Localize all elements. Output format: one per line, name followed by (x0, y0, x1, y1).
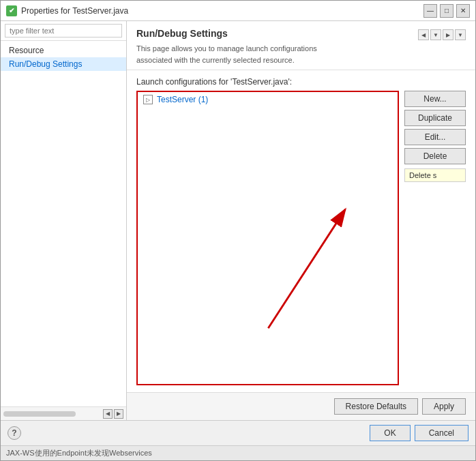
item-label: TestServer (1) (157, 95, 208, 104)
launch-list: ▷ TestServer (1) (136, 91, 399, 385)
sidebar-item-resource[interactable]: Resource (1, 44, 126, 57)
nav-dropdown-button[interactable]: ▼ (455, 29, 466, 40)
launch-list-area: ▷ TestServer (1) New... Duplicate Edit..… (136, 91, 466, 385)
bottom-text-bar: JAX-WS使用的Endpoint未发现Webservices (1, 445, 475, 460)
footer-ok-cancel: OK Cancel (370, 425, 468, 441)
content-area: Resource Run/Debug Settings ◀ ▶ Run/Debu… (1, 21, 475, 420)
main-header-title-block: Run/Debug Settings This page allows you … (136, 28, 418, 65)
sidebar-tree: Resource Run/Debug Settings (1, 41, 126, 406)
help-button[interactable]: ? (8, 426, 21, 440)
filter-input[interactable] (5, 24, 122, 38)
properties-dialog: ✔ Properties for TestServer.java — □ ✕ R… (0, 0, 476, 461)
nav-forward-button[interactable]: ▶ (443, 29, 453, 40)
launch-section: Launch configurations for 'TestServer.ja… (127, 70, 475, 392)
bottom-buttons: Restore Defaults Apply (127, 392, 475, 420)
title-controls: — □ ✕ (423, 4, 470, 18)
nav-arrows: ◀ ▼ ▶ ▼ (418, 28, 466, 40)
apply-button[interactable]: Apply (422, 398, 466, 415)
sidebar: Resource Run/Debug Settings ◀ ▶ (1, 21, 127, 420)
main-description: This page allows you to manage launch co… (136, 43, 418, 65)
main-header: Run/Debug Settings This page allows you … (127, 21, 475, 70)
nav-down-button[interactable]: ▼ (430, 29, 441, 40)
edit-button[interactable]: Edit... (404, 129, 466, 145)
item-run-icon: ▷ (143, 95, 153, 104)
maximize-button[interactable]: □ (440, 4, 453, 18)
list-item[interactable]: ▷ TestServer (1) (138, 92, 398, 107)
delete-tooltip: Delete s (404, 168, 466, 182)
launch-label: Launch configurations for 'TestServer.ja… (136, 77, 466, 87)
scroll-arrows: ◀ ▶ (103, 409, 123, 419)
ok-button[interactable]: OK (370, 425, 410, 441)
new-button[interactable]: New... (404, 91, 466, 107)
main-panel-title: Run/Debug Settings (136, 28, 418, 39)
delete-button[interactable]: Delete (404, 148, 466, 164)
scroll-right-button[interactable]: ▶ (114, 409, 123, 419)
window-icon: ✔ (6, 5, 17, 16)
launch-buttons: New... Duplicate Edit... Delete Delete s (404, 91, 466, 385)
footer-area: ? OK Cancel (1, 420, 475, 445)
window-title: Properties for TestServer.java (21, 6, 128, 16)
title-bar-left: ✔ Properties for TestServer.java (6, 5, 128, 16)
sidebar-scrollbar[interactable] (3, 411, 76, 417)
main-panel: Run/Debug Settings This page allows you … (127, 21, 475, 420)
restore-defaults-button[interactable]: Restore Defaults (334, 398, 418, 415)
duplicate-button[interactable]: Duplicate (404, 110, 466, 126)
sidebar-item-run-debug[interactable]: Run/Debug Settings (1, 57, 126, 71)
title-bar: ✔ Properties for TestServer.java — □ ✕ (1, 1, 475, 21)
sidebar-scrollbar-area: ◀ ▶ (1, 406, 126, 420)
scroll-left-button[interactable]: ◀ (103, 409, 113, 419)
close-button[interactable]: ✕ (456, 4, 470, 18)
cancel-button[interactable]: Cancel (415, 425, 468, 441)
filter-input-wrap (1, 21, 126, 41)
nav-back-button[interactable]: ◀ (418, 29, 429, 40)
minimize-button[interactable]: — (423, 4, 437, 18)
